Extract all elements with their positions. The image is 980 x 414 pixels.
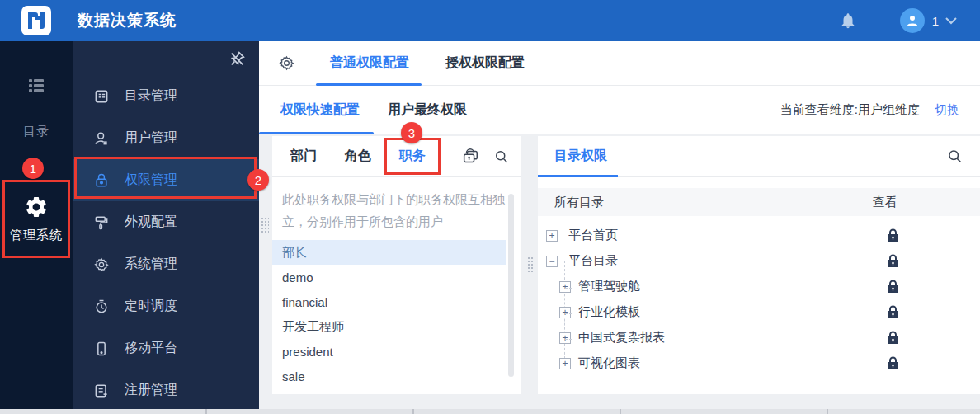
lock-icon[interactable] [887,280,899,294]
sidebar-menu: 目录管理 用户管理 权限管理 [73,75,259,412]
catalog-icon [92,87,111,106]
annotation-badge-1: 1 [22,158,44,179]
sidebar-item-appearance[interactable]: 外观配置 [73,201,259,243]
tree-row-mgmt-cockpit: + 管理驾驶舱 [538,274,980,299]
expand-icon[interactable]: + [559,281,571,293]
lock-icon[interactable] [887,331,899,345]
menu-label: 目录管理 [125,87,177,105]
sidebar-item-mobile-platform[interactable]: 移动平台 [73,327,259,369]
sidebar-primary: 目录 1 管理系统 [0,41,73,414]
menu-label: 外观配置 [125,214,177,231]
post-list: 部长 demo financial 开发工程师 president sale [272,240,521,388]
batch-permission-icon[interactable] [460,148,480,166]
app-title: 数据决策系统 [78,10,177,31]
list-item-buzhang[interactable]: 部长 [272,240,506,265]
user-count: 1 [932,14,939,28]
collapse-icon[interactable]: − [546,256,558,267]
sidebar-item-scheduler[interactable]: 定时调度 [73,285,259,327]
list-item-dev-engineer[interactable]: 开发工程师 [272,314,521,339]
horizontal-scrollbar[interactable] [0,409,980,414]
tree-label[interactable]: 行业化模板 [578,304,640,320]
table-header-row: 所有目录 查看 [538,188,980,216]
search-icon[interactable] [493,148,510,165]
annotation-badge-3: 3 [401,122,422,143]
tree-row-platform-directory: − 平台目录 [538,248,980,274]
menu-label: 定时调度 [125,298,177,315]
tab-role[interactable]: 角色 [345,148,371,165]
sidebar-item-permission-mgmt[interactable]: 权限管理 [73,159,259,201]
app-logo[interactable] [21,6,51,35]
role-panel-header: 部门 角色 职务 [272,136,521,177]
sidebar-item-admin-system[interactable]: 管理系统 [2,180,70,258]
lock-icon[interactable] [887,228,899,242]
tree-row-visual-chart: + 可视化图表 [538,350,980,376]
sidebar-item-catalog-mgmt[interactable]: 目录管理 [73,75,259,117]
config-tabbar: 普通权限配置 授权权限配置 [259,41,980,86]
timer-icon [92,298,111,316]
tab-auth-permission-config[interactable]: 授权权限配置 [445,54,525,72]
menu-label: 权限管理 [125,172,177,189]
vertical-scrollbar-thumb[interactable] [508,194,514,377]
list-item-president[interactable]: president [272,339,521,364]
sidebar-item-user-mgmt[interactable]: 用户管理 [73,117,259,159]
tab-user-final-permission[interactable]: 用户最终权限 [388,101,467,119]
gear-icon[interactable] [278,54,295,72]
sidebar-secondary: 目录管理 用户管理 权限管理 [73,41,259,414]
tab-department[interactable]: 部门 [290,148,317,165]
switch-dimension-link[interactable]: 切换 [935,102,959,118]
app-window: 数据决策系统 1 [0,0,980,414]
sidebar-item-admin-label: 管理系统 [10,228,63,243]
list-item-financial[interactable]: financial [272,289,521,314]
expand-icon[interactable]: + [559,358,571,369]
active-subtab-underline [259,132,374,134]
sub-tabbar: 权限快速配置 用户最终权限 当前查看维度:用户组维度 切换 [259,86,980,134]
gear-icon [92,256,111,274]
chevron-down-icon[interactable] [945,16,957,25]
user-avatar-icon[interactable] [900,8,925,33]
role-list-panel: 部门 角色 职务 [272,136,521,394]
paint-roller-icon [92,214,111,232]
bell-icon[interactable] [839,12,857,30]
tree-row-chinese-complex-report: + 中国式复杂报表 [538,325,980,350]
expand-icon[interactable]: + [559,332,571,344]
lock-icon[interactable] [887,356,899,370]
menu-label: 系统管理 [125,256,177,273]
gear-icon [24,195,49,219]
tab-normal-permission-config[interactable]: 普通权限配置 [330,54,409,72]
lock-icon[interactable] [887,305,899,319]
expand-icon[interactable]: + [559,307,571,318]
directory-panel-header: 目录权限 [538,136,980,177]
expand-icon[interactable]: + [546,230,558,242]
directory-menu-icon [0,76,73,96]
tree-row-platform-home: + 平台首页 [538,223,980,248]
panel-drag-handle[interactable] [261,217,269,233]
sidebar-item-system-mgmt[interactable]: 系统管理 [73,243,259,285]
tab-quick-permission-config[interactable]: 权限快速配置 [280,101,360,119]
tab-post[interactable]: 职务 [399,148,426,162]
user-icon [92,129,111,148]
sidebar-item-directory[interactable] [0,76,73,96]
topbar: 数据决策系统 1 [0,0,980,41]
menu-label: 移动平台 [125,340,177,357]
menu-label: 注册管理 [125,382,177,399]
main-area: 普通权限配置 授权权限配置 权限快速配置 用户最终权限 当前查看维度:用户组维度… [259,41,980,414]
tree-label[interactable]: 管理驾驶舱 [578,279,640,294]
tree-label[interactable]: 可视化图表 [578,355,640,371]
list-item-demo[interactable]: demo [272,265,521,289]
lock-icon[interactable] [887,254,899,268]
active-tab-underline [538,175,618,177]
column-view: 查看 [873,195,980,210]
list-item-sale[interactable]: sale [272,364,521,388]
tree-label[interactable]: 平台首页 [568,228,618,243]
tree-row-industry-template: + 行业化模板 [538,299,980,325]
tree-label[interactable]: 平台目录 [568,253,618,269]
sidebar-item-directory-label[interactable]: 目录 [0,124,73,139]
mobile-icon [92,340,111,358]
tree-label[interactable]: 中国式复杂报表 [578,330,665,346]
search-icon[interactable] [946,148,980,165]
lock-icon [92,172,111,190]
sidebar-item-register-mgmt[interactable]: 注册管理 [73,369,259,412]
tab-directory-permission[interactable]: 目录权限 [554,148,607,165]
panel-splitter-handle[interactable] [527,256,535,272]
unpin-icon[interactable] [229,49,247,68]
